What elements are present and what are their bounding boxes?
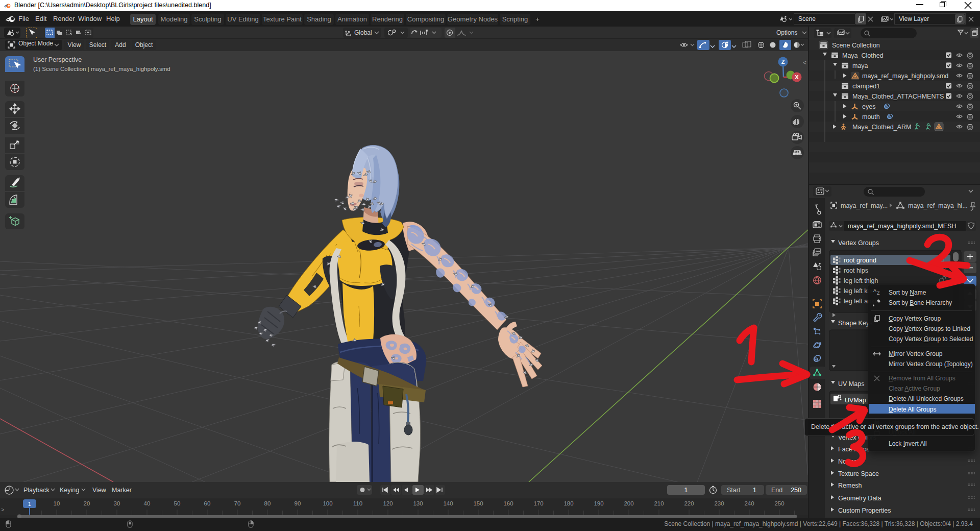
svg-text:1: 1 [753, 487, 756, 494]
svg-text:Geometry Data: Geometry Data [838, 495, 881, 502]
svg-text:maya_ref_maya_hi...: maya_ref_maya_hi... [908, 202, 968, 209]
svg-text:Remesh: Remesh [838, 482, 862, 489]
svg-text:1: 1 [28, 501, 31, 507]
svg-text:Texture Space: Texture Space [838, 470, 879, 477]
svg-text:<: < [803, 59, 806, 66]
svg-text:110: 110 [353, 500, 362, 506]
svg-text:maya_ref_may...: maya_ref_may... [841, 202, 888, 209]
svg-text:A: A [873, 288, 876, 293]
svg-text:190: 190 [594, 500, 603, 506]
svg-text:Maya_Clothed_ARM: Maya_Clothed_ARM [852, 124, 911, 131]
svg-text:mouth: mouth [862, 113, 880, 120]
svg-text:End: End [771, 487, 782, 494]
svg-text:30: 30 [114, 500, 120, 506]
svg-text:UV Maps: UV Maps [838, 380, 864, 388]
svg-text:UVMap: UVMap [845, 397, 866, 404]
svg-text:70: 70 [234, 500, 241, 506]
svg-text:Keying: Keying [60, 487, 79, 494]
svg-text:X: X [795, 74, 799, 80]
svg-text:20: 20 [84, 500, 90, 506]
svg-text:Vertex Groups: Vertex Groups [838, 239, 879, 247]
svg-text:Normals: Normals [838, 458, 862, 465]
svg-text:240: 240 [744, 500, 754, 506]
svg-text:150: 150 [473, 500, 483, 506]
svg-text:Maya_Clothed_ATTACHMENTS: Maya_Clothed_ATTACHMENTS [852, 93, 944, 100]
svg-text:60: 60 [204, 500, 211, 506]
svg-text:140: 140 [443, 500, 453, 506]
svg-text:root ground: root ground [844, 257, 876, 264]
svg-text:Playback: Playback [23, 487, 50, 494]
svg-text:120: 120 [383, 500, 393, 506]
svg-text:130: 130 [413, 500, 423, 506]
svg-text:180: 180 [564, 500, 573, 506]
svg-text:220: 220 [684, 500, 694, 506]
svg-text:1: 1 [684, 487, 688, 494]
svg-text:Maya_Clothed: Maya_Clothed [842, 52, 884, 59]
svg-text:50: 50 [174, 500, 181, 506]
svg-text:Z: Z [781, 59, 785, 65]
svg-text:100: 100 [323, 500, 332, 506]
svg-text:250: 250 [791, 487, 801, 494]
svg-text:maya_ref_maya_highpoly.smd: maya_ref_maya_highpoly.smd [862, 73, 948, 80]
svg-text:root hips: root hips [844, 267, 868, 274]
svg-text:40: 40 [144, 500, 151, 506]
svg-text:clamped1: clamped1 [852, 83, 880, 90]
svg-text:View: View [92, 487, 107, 494]
svg-text:Marker: Marker [112, 487, 132, 494]
svg-text:eyes: eyes [862, 103, 875, 110]
svg-text:200: 200 [624, 500, 633, 506]
svg-text:maya_ref_maya_highpoly.smd_MES: maya_ref_maya_highpoly.smd_MESH [848, 223, 956, 230]
svg-text:Scene Collection: Scene Collection [832, 42, 880, 49]
svg-text:>: > [1, 506, 4, 513]
svg-text:Face Maps: Face Maps [838, 446, 870, 453]
svg-text:90: 90 [295, 500, 301, 506]
svg-text:User Perspective: User Perspective [33, 56, 82, 63]
svg-text:170: 170 [533, 500, 543, 506]
svg-text:maya: maya [852, 62, 868, 69]
svg-text:80: 80 [264, 500, 271, 506]
svg-text:Z: Z [877, 291, 880, 296]
svg-text:Start: Start [727, 487, 741, 494]
svg-text:160: 160 [503, 500, 513, 506]
svg-text:leg left thigh: leg left thigh [844, 277, 878, 284]
svg-text:10: 10 [54, 500, 60, 506]
svg-text:210: 210 [654, 500, 664, 506]
svg-text:250: 250 [774, 500, 784, 506]
svg-text:Custom Properties: Custom Properties [838, 507, 891, 514]
svg-text:(1) Scene Collection | maya_re: (1) Scene Collection | maya_ref_maya_hig… [33, 66, 170, 72]
svg-text:230: 230 [714, 500, 724, 506]
